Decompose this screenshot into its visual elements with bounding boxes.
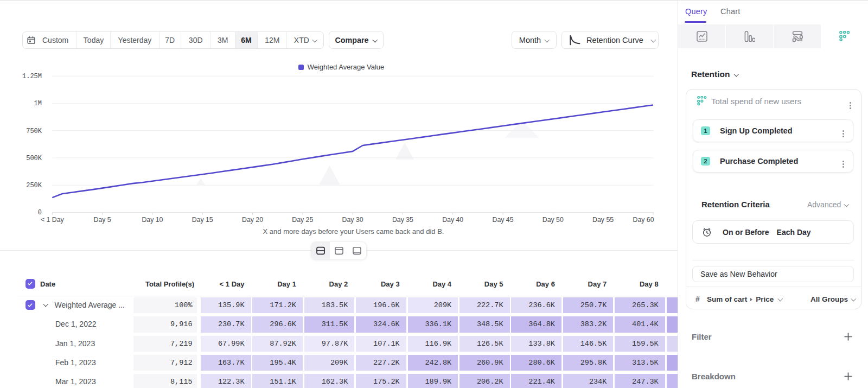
svg-text:< 1 Day: < 1 Day (41, 216, 65, 224)
svg-text:Day 20: Day 20 (242, 216, 263, 224)
svg-text:1M: 1M (34, 100, 42, 107)
svg-text:1.25M: 1.25M (22, 73, 42, 80)
svg-text:Day 15: Day 15 (192, 216, 213, 224)
svg-text:Day 50: Day 50 (542, 216, 564, 224)
svg-text:750K: 750K (26, 128, 42, 135)
svg-text:Day 60: Day 60 (633, 216, 654, 224)
svg-text:Day 35: Day 35 (392, 216, 413, 224)
svg-text:Day 40: Day 40 (442, 216, 463, 224)
svg-text:Day 30: Day 30 (342, 216, 363, 224)
svg-text:Day 55: Day 55 (592, 216, 614, 224)
svg-text:Day 10: Day 10 (142, 216, 163, 224)
svg-text:250K: 250K (26, 182, 42, 189)
svg-text:Day 45: Day 45 (493, 216, 514, 224)
svg-text:500K: 500K (26, 155, 42, 162)
svg-text:Day 5: Day 5 (94, 216, 111, 224)
svg-text:Day 25: Day 25 (292, 216, 313, 224)
